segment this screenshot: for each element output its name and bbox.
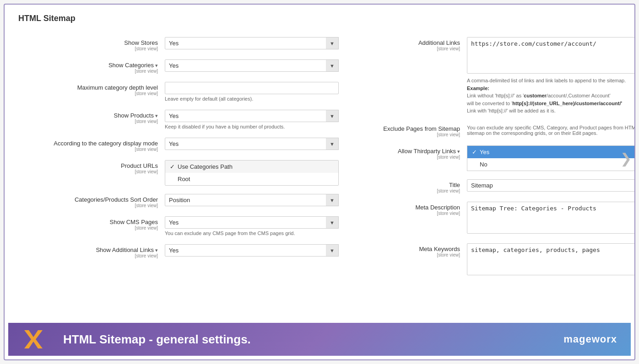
yes-label: Yes xyxy=(480,149,489,155)
category-display-mode-select[interactable]: Yes No xyxy=(165,138,339,150)
title-store-view: [store view] xyxy=(375,188,460,193)
title-control xyxy=(467,179,635,192)
notes-line2: Link without 'http[s]://' as 'customer/a… xyxy=(467,93,611,98)
show-products-select[interactable]: Yes No xyxy=(165,110,339,122)
check-icon: ✓ xyxy=(170,163,175,170)
max-depth-control: Leave empty for default (all categories)… xyxy=(165,82,339,102)
thirdparty-links-option-no[interactable]: ✓ No xyxy=(467,158,635,171)
bottom-logo xyxy=(22,328,45,351)
show-categories-select-wrapper: Yes No ▼ xyxy=(165,59,339,72)
show-stores-select[interactable]: Yes No xyxy=(165,37,339,49)
meta-description-label-col: Meta Description [store view] xyxy=(375,202,467,216)
category-display-mode-arrow[interactable]: ▼ xyxy=(326,138,339,150)
meta-description-control: Sitemap Tree: Categories - Products xyxy=(467,202,635,235)
show-products-arrow[interactable]: ▼ xyxy=(326,110,339,122)
product-urls-label-col: Product URLs [store view] xyxy=(18,160,165,174)
show-categories-store-view: [store view] xyxy=(18,69,158,74)
notes-line1: A comma-delimited list of links and link… xyxy=(467,78,626,83)
exclude-pages-label-col: Exclude Pages from Sitemap [store view] xyxy=(375,123,467,137)
additional-links-textarea[interactable]: https://store.com/customer/account/ xyxy=(467,37,635,74)
show-additional-links-label-col: Show Additional Links [store view] xyxy=(18,244,165,258)
panel-chevron-icon[interactable]: ❯ xyxy=(620,150,632,166)
sort-order-control: Position Name ▼ xyxy=(165,194,339,206)
meta-keywords-textarea[interactable]: sitemap, categories, products, pages xyxy=(467,243,635,275)
notes-line3: will be converted to 'http[s]://(store_U… xyxy=(467,101,622,106)
show-cms-pages-label: Show CMS Pages xyxy=(110,219,158,225)
sort-order-select-wrapper: Position Name ▼ xyxy=(165,194,339,206)
product-urls-store-view: [store view] xyxy=(18,169,158,174)
meta-keywords-store-view: [store view] xyxy=(375,252,460,257)
meta-keywords-control: sitemap, categories, products, pages xyxy=(467,243,635,277)
page-title: HTML Sitemap xyxy=(18,14,621,23)
no-label: No xyxy=(480,161,487,168)
show-stores-select-wrapper: Yes No ▼ xyxy=(165,37,339,49)
show-stores-label: Show Stores xyxy=(124,39,158,46)
show-additional-links-arrow[interactable]: ▼ xyxy=(326,244,339,257)
show-cms-pages-row: Show CMS Pages [store view] Yes No ▼ You… xyxy=(18,216,339,236)
show-additional-links-select[interactable]: Yes No xyxy=(165,244,339,257)
category-display-mode-control: Yes No ▼ xyxy=(165,138,339,150)
product-urls-option-use-categories-path[interactable]: ✓ Use Categories Path xyxy=(165,161,338,173)
sort-order-select[interactable]: Position Name xyxy=(165,194,339,206)
bottom-bar: HTML Sitemap - general settings. magewor… xyxy=(8,323,631,356)
product-urls-dropdown: ✓ Use Categories Path ✓ Root xyxy=(165,160,339,186)
show-cms-pages-select[interactable]: Yes No xyxy=(165,216,339,229)
category-display-mode-select-wrapper: Yes No ▼ xyxy=(165,138,339,150)
show-categories-label-col: Show Categories [store view] xyxy=(18,59,165,74)
show-products-control: Yes No ▼ Keep it disabled if you have a … xyxy=(165,110,339,129)
sort-order-arrow[interactable]: ▼ xyxy=(326,194,339,206)
show-products-row: Show Products [store view] Yes No ▼ Keep… xyxy=(18,110,339,129)
meta-description-textarea[interactable]: Sitemap Tree: Categories - Products xyxy=(467,202,635,234)
product-urls-option-root[interactable]: ✓ Root xyxy=(165,173,338,185)
thirdparty-links-control: ✓ Yes ✓ No xyxy=(467,145,635,171)
thirdparty-links-dropdown-box: ✓ Yes ✓ No xyxy=(467,145,635,171)
yes-check-icon: ✓ xyxy=(472,149,477,155)
additional-links-store-view: [store view] xyxy=(375,46,460,51)
brand-name-start: mageworx xyxy=(563,333,617,345)
thirdparty-links-dropdown: ✓ Yes ✓ No xyxy=(467,145,635,171)
show-additional-links-store-view: [store view] xyxy=(18,253,158,258)
meta-keywords-row: Meta Keywords [store view] sitemap, cate… xyxy=(375,243,635,277)
show-cms-pages-arrow[interactable]: ▼ xyxy=(326,216,339,229)
title-input[interactable] xyxy=(467,179,635,192)
show-stores-arrow[interactable]: ▼ xyxy=(326,37,339,49)
exclude-pages-store-view: [store view] xyxy=(375,132,460,137)
thirdparty-links-label-col: Allow Thirdparty Links [store view] xyxy=(375,145,467,160)
show-stores-store-view: [store view] xyxy=(18,46,158,51)
notes-line4: Link with 'http[s]://' will be added as … xyxy=(467,108,556,113)
max-depth-hint: Leave empty for default (all categories)… xyxy=(165,96,339,102)
show-categories-arrow[interactable]: ▼ xyxy=(326,59,339,72)
thirdparty-links-option-yes[interactable]: ✓ Yes xyxy=(467,146,635,158)
show-cms-pages-select-wrapper: Yes No ▼ xyxy=(165,216,339,229)
thirdparty-links-store-view: [store view] xyxy=(375,155,460,160)
sort-order-label-col: Categories/Products Sort Order [store vi… xyxy=(18,194,165,208)
show-stores-label-col: Show Stores [store view] xyxy=(18,37,165,51)
product-urls-row: Product URLs [store view] ✓ Use Categori… xyxy=(18,160,339,186)
logo-x-icon xyxy=(22,328,45,351)
additional-links-label-col: Additional Links [store view] xyxy=(375,37,467,51)
bottom-brand: mageworx xyxy=(563,333,617,345)
show-additional-links-row: Show Additional Links [store view] Yes N… xyxy=(18,244,339,258)
exclude-pages-row: Exclude Pages from Sitemap [store view] … xyxy=(375,123,635,137)
category-display-mode-row: According to the category display mode [… xyxy=(18,138,339,152)
bottom-title: HTML Sitemap - general settings. xyxy=(63,332,563,347)
max-depth-store-view: [store view] xyxy=(18,91,158,96)
exclude-pages-control: You can exclude any specific CMS, Catego… xyxy=(467,123,635,136)
meta-description-label: Meta Description xyxy=(415,204,460,211)
category-display-mode-label-col: According to the category display mode [… xyxy=(18,138,165,152)
title-label: Title xyxy=(449,182,460,188)
show-categories-select[interactable]: Yes No xyxy=(165,59,339,72)
category-display-mode-label: According to the category display mode xyxy=(54,140,158,147)
max-depth-input[interactable] xyxy=(165,82,339,94)
show-stores-row: Show Stores [store view] Yes No ▼ xyxy=(18,37,339,51)
sort-order-row: Categories/Products Sort Order [store vi… xyxy=(18,194,339,208)
show-products-label: Show Products xyxy=(114,112,158,119)
show-additional-links-label: Show Additional Links xyxy=(96,246,158,253)
show-cms-pages-control: Yes No ▼ You can exclude any CMS page fr… xyxy=(165,216,339,236)
show-products-select-wrapper: Yes No ▼ xyxy=(165,110,339,122)
right-panel: Additional Links [store view] https://st… xyxy=(371,37,635,323)
show-products-hint: Keep it disabled if you have a big numbe… xyxy=(165,124,339,129)
svg-marker-0 xyxy=(24,330,43,348)
sort-order-store-view: [store view] xyxy=(18,203,158,208)
max-depth-label-col: Maximum category depth level [store view… xyxy=(18,82,165,96)
